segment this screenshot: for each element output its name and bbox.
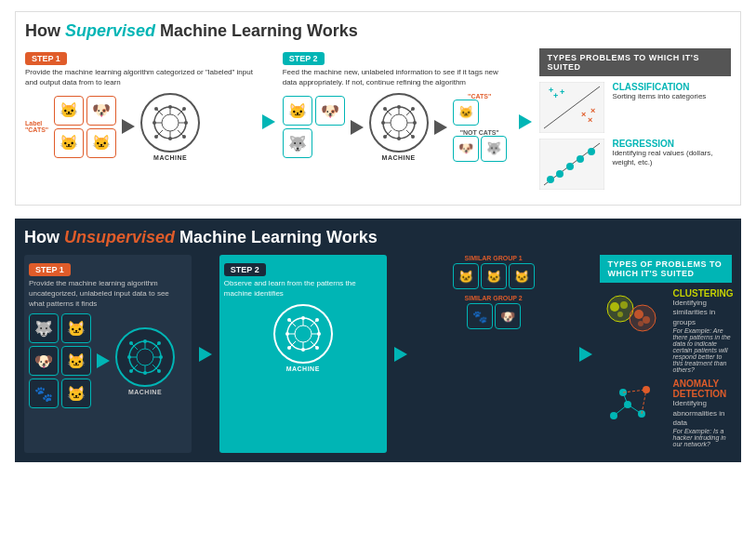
svg-point-11 (168, 137, 172, 140)
svg-point-86 (315, 346, 319, 350)
supervised-steps-row: STEP 1 Provide the machine learning algo… (25, 48, 731, 195)
svg-point-46 (547, 176, 554, 183)
animal-cat1: 🐱 (54, 96, 84, 126)
uns-step1-to-step2-arrow (197, 255, 214, 453)
regression-info: REGRESSION Identifying real values (doll… (612, 139, 731, 168)
svg-text:+: + (553, 91, 558, 100)
svg-point-68 (157, 369, 161, 373)
svg-point-14 (154, 107, 158, 111)
unsupervised-types-header: TYPES OF PROBLEMS TO WHICH IT'S SUITED (600, 255, 732, 283)
uns-similar2-label: SIMILAR GROUP 2 (415, 295, 573, 301)
supervised-step2-box: STEP 2 Feed the machine new, unlabeled i… (283, 48, 512, 195)
svg-point-66 (157, 341, 161, 345)
cats-output-animals: 🐱 (453, 100, 507, 126)
svg-point-16 (154, 135, 158, 139)
animal-cat3: 🐱 (54, 128, 84, 158)
svg-point-93 (643, 316, 650, 324)
uns-similar-group1: SIMILAR GROUP 1 🐱 🐱 🐱 (415, 255, 573, 289)
svg-point-17 (182, 135, 186, 139)
svg-line-100 (614, 405, 628, 416)
arrow-teal2-icon (519, 114, 532, 129)
main-container: How Supervised Machine Learning Works ST… (0, 0, 756, 473)
classification-type-item: + + + × × × CLASSIFICATION Sorting items… (539, 82, 731, 133)
clustering-chart-svg (600, 288, 660, 339)
regression-type-item: REGRESSION Identifying real values (doll… (539, 139, 731, 190)
regression-chart-svg (539, 139, 604, 190)
unsupervised-step2-desc: Observe and learn from the patterns the … (224, 279, 382, 299)
svg-point-79 (301, 316, 305, 320)
step2-to-types-arrow (517, 48, 534, 195)
svg-point-32 (383, 107, 387, 111)
output-wolf1: 🐺 (481, 136, 507, 162)
arrow-teal-icon (262, 114, 275, 129)
arrow-right3-icon (434, 120, 447, 135)
svg-point-81 (285, 332, 289, 336)
not-cats-output-label: "NOT CATS" (453, 129, 507, 136)
svg-point-15 (182, 107, 186, 111)
classification-desc: Sorting items into categories (612, 92, 706, 101)
unsupervised-step1-box: STEP 1 Provide the machine learning algo… (24, 255, 192, 453)
supervised-step1-label: STEP 1 (25, 52, 67, 65)
svg-point-13 (184, 121, 188, 125)
supervised-input-animals: 🐱 🐶 🐱 🐱 (54, 96, 116, 158)
uns-animal1: 🐺 (29, 313, 59, 343)
machine-to-output-arrow (432, 120, 449, 135)
clustering-info: CLUSTERING Identifying similarities in g… (672, 288, 733, 373)
svg-point-52 (137, 349, 153, 365)
classification-chart: + + + × × × (539, 82, 604, 133)
svg-point-12 (153, 121, 156, 125)
svg-point-61 (143, 339, 147, 343)
brain-icon2 (380, 104, 418, 141)
animal-cat2: 🐶 (86, 96, 116, 126)
unsupervised-section: How Unsupervised Machine Learning Works … (15, 219, 741, 462)
machine-circle1 (140, 93, 200, 153)
clustering-example: For Example: Are there patterns in the d… (672, 327, 733, 373)
svg-point-34 (383, 135, 387, 139)
anomaly-type-item: ANOMALY DETECTION Identifying abnormalit… (600, 379, 732, 447)
svg-point-49 (577, 155, 584, 163)
clustering-desc: Identifying similarities in groups (672, 299, 733, 327)
uns-step2-to-output-arrow (392, 255, 409, 453)
unsupervised-step1-desc: Provide the machine learning algorithm u… (29, 279, 187, 309)
cats-label-badge: Label"CATS" (25, 120, 48, 133)
unsupervised-step1-content: 🐺 🐱 🐶 🐱 🐾 🐱 (29, 313, 187, 408)
svg-point-94 (638, 321, 643, 326)
uns-step1-to-machine-arrow (95, 353, 112, 368)
clustering-chart (600, 288, 665, 339)
classification-info: CLASSIFICATION Sorting items into catego… (612, 82, 706, 101)
supervised-step2-content: 🐱 🐶 🐺 (283, 93, 512, 162)
supervised-step2-desc: Feed the machine new, unlabeled informat… (283, 68, 512, 88)
supervised-section: How Supervised Machine Learning Works ST… (15, 11, 741, 206)
animal2-cat2: 🐶 (315, 96, 345, 126)
machine-circle2 (369, 93, 429, 153)
not-cats-output-group: "NOT CATS" 🐶 🐺 (453, 129, 507, 162)
svg-text:+: + (549, 86, 553, 95)
supervised-input2-animals: 🐱 🐶 🐺 (283, 96, 345, 158)
supervised-step1-content: Label"CATS" 🐱 🐶 🐱 🐱 (25, 93, 255, 161)
svg-point-1 (162, 114, 179, 131)
uns-machine-circle1 (115, 327, 175, 387)
anomaly-example: For Example: Is a hacker intruding in ou… (672, 428, 732, 447)
uns-animal4: 🐱 (61, 346, 91, 376)
unsupervised-steps-row: STEP 1 Provide the machine learning algo… (24, 255, 732, 453)
unsupervised-title: How Unsupervised Machine Learning Works (24, 228, 732, 247)
clustering-name: CLUSTERING (672, 288, 733, 299)
uns-g1-animal3: 🐱 (509, 263, 535, 289)
uns-animal2: 🐱 (61, 313, 91, 343)
svg-point-67 (129, 369, 133, 373)
animal2-cat1: 🐱 (283, 96, 312, 126)
unsupervised-step2-box: STEP 2 Observe and learn from the patter… (219, 255, 387, 453)
supervised-types-header: TYPES PROBLEMS TO WHICH IT'S SUITED (539, 48, 731, 76)
uns-animal3: 🐶 (29, 346, 59, 376)
supervised-step1-desc: Provide the machine learning algorithm c… (25, 68, 255, 88)
svg-point-63 (127, 355, 131, 359)
animal2-cat3: 🐺 (283, 128, 312, 158)
supervised-step2-label: STEP 2 (283, 52, 325, 65)
supervised-machine1: MACHINE (140, 93, 200, 161)
regression-chart (539, 139, 604, 190)
svg-point-83 (287, 318, 291, 322)
svg-point-65 (129, 341, 133, 345)
uns-animal5: 🐾 (29, 379, 59, 408)
output-dog1: 🐶 (453, 136, 479, 162)
svg-point-70 (295, 326, 312, 342)
